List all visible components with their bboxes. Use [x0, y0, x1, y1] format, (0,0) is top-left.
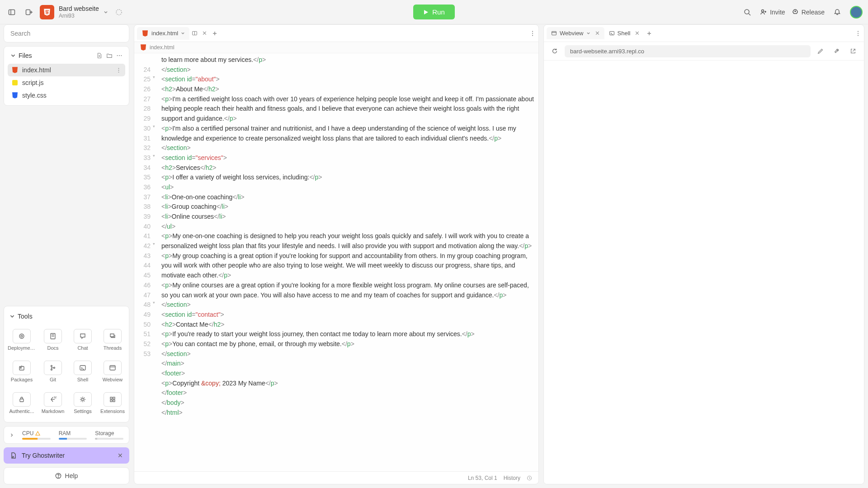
bell-icon	[834, 9, 841, 16]
new-tab-button[interactable]	[644, 28, 654, 38]
tab-close-button[interactable]: ✕	[199, 28, 210, 38]
svg-point-52	[532, 35, 533, 36]
svg-point-50	[532, 31, 533, 32]
tool-markdown[interactable]: MMarkdown	[39, 389, 66, 418]
tool-icon	[74, 329, 92, 343]
editor-panel: index.html ✕ index.html 2425262	[134, 24, 539, 484]
more-icon[interactable]	[116, 52, 123, 59]
svg-point-61	[858, 33, 859, 33]
pencil-icon	[817, 48, 824, 54]
open-external-button[interactable]	[847, 45, 859, 57]
ghostwriter-button[interactable]: Try Ghostwriter ✕	[4, 447, 129, 464]
webview-content[interactable]	[544, 61, 864, 484]
notifications-button[interactable]	[831, 6, 844, 19]
tool-git[interactable]: Git	[39, 357, 66, 386]
file-item-script-js[interactable]: script.js	[8, 76, 125, 89]
wrench-button[interactable]	[830, 45, 843, 57]
tool-settings[interactable]: Settings	[69, 389, 96, 418]
svg-point-23	[21, 335, 23, 337]
tool-webview[interactable]: Webview	[99, 357, 126, 386]
tool-label: Deployments	[8, 345, 36, 351]
chevron-down-icon[interactable]	[104, 10, 108, 14]
address-input[interactable]: bard-webseite.arni93.repl.co	[565, 45, 811, 57]
release-button[interactable]: Release	[792, 9, 825, 16]
help-label: Help	[65, 472, 78, 479]
new-tab-button[interactable]	[210, 28, 220, 38]
user-avatar[interactable]	[850, 6, 863, 19]
html-file-icon	[142, 30, 149, 37]
svg-rect-54	[552, 31, 557, 35]
project-icon	[40, 5, 54, 19]
tool-icon	[44, 329, 62, 343]
tool-label: Shell	[77, 377, 88, 382]
tool-authentic[interactable]: Authentic...	[7, 389, 37, 418]
tool-packages[interactable]: Packages	[7, 357, 37, 386]
editor-tab-index-html[interactable]: index.html	[137, 27, 189, 40]
tool-icon	[44, 361, 62, 375]
help-icon	[55, 473, 61, 479]
tool-label: Docs	[47, 345, 58, 351]
more-icon[interactable]	[529, 30, 536, 37]
tool-extensions[interactable]: Extensions	[99, 389, 126, 418]
search-input[interactable]: Search	[4, 24, 129, 42]
project-info[interactable]: Bard webseite Arni93	[59, 5, 99, 19]
close-icon[interactable]: ✕	[635, 30, 640, 37]
history-icon[interactable]	[527, 475, 532, 481]
new-file-icon[interactable]	[96, 52, 103, 59]
tool-label: Markdown	[42, 408, 65, 414]
project-owner: Arni93	[59, 13, 99, 19]
shell-icon	[609, 30, 615, 36]
webview-icon	[551, 30, 557, 36]
reload-icon	[552, 48, 558, 54]
chevron-down-icon[interactable]	[181, 31, 185, 35]
sync-status-icon[interactable]	[113, 6, 125, 19]
tools-panel-header[interactable]: Tools	[7, 311, 126, 322]
more-icon[interactable]	[855, 30, 861, 37]
svg-point-16	[119, 55, 120, 56]
chevron-down-icon[interactable]	[586, 31, 590, 35]
run-button-label: Run	[432, 8, 445, 16]
svg-point-17	[121, 55, 122, 56]
reload-button[interactable]	[548, 45, 561, 57]
file-name: style.css	[22, 92, 47, 99]
file-item-index-html[interactable]: index.html	[8, 64, 125, 76]
shell-tab[interactable]: Shell ✕	[604, 27, 645, 39]
tool-threads[interactable]: Threads	[99, 325, 126, 354]
breadcrumb[interactable]: index.html	[134, 42, 538, 53]
search-placeholder: Search	[10, 30, 30, 37]
add-pane-button[interactable]	[23, 6, 35, 19]
tool-icon	[74, 361, 92, 375]
invite-button[interactable]: Invite	[760, 9, 785, 16]
help-button[interactable]: Help	[4, 467, 129, 484]
more-icon[interactable]	[116, 67, 122, 73]
svg-marker-6	[424, 10, 428, 14]
resource-bar[interactable]: CPU RAM Storage	[4, 426, 129, 444]
files-panel-header[interactable]: Files	[8, 50, 125, 61]
tool-docs[interactable]: Docs	[39, 325, 66, 354]
run-button[interactable]: Run	[413, 5, 455, 19]
devtools-button[interactable]	[814, 45, 827, 57]
tool-label: Threads	[104, 345, 122, 351]
webview-tabs: Webview ✕ Shell ✕	[544, 25, 864, 42]
search-button[interactable]	[741, 6, 754, 19]
search-icon	[744, 9, 751, 16]
svg-point-45	[58, 477, 58, 478]
split-tab-button[interactable]	[189, 28, 199, 38]
tool-shell[interactable]: Shell	[69, 357, 96, 386]
code-editor[interactable]: 2425262728293031323334353637383940414243…	[134, 53, 538, 471]
webview-tab[interactable]: Webview ✕	[547, 27, 604, 39]
new-folder-icon[interactable]	[106, 52, 113, 59]
history-button[interactable]: History	[504, 475, 520, 481]
svg-rect-0	[9, 9, 15, 14]
close-icon[interactable]: ✕	[118, 452, 123, 459]
sidebar-toggle-button[interactable]	[5, 6, 18, 19]
tool-label: Webview	[103, 377, 123, 382]
tool-icon	[104, 392, 122, 407]
close-icon[interactable]: ✕	[595, 30, 600, 37]
svg-line-8	[749, 14, 750, 15]
tool-chat[interactable]: Chat	[69, 325, 96, 354]
tool-deployments[interactable]: Deployments	[7, 325, 37, 354]
app-header: Bard webseite Arni93 Run Invite	[0, 0, 868, 24]
file-item-style-css[interactable]: style.css	[8, 89, 125, 102]
tool-icon	[104, 361, 122, 375]
